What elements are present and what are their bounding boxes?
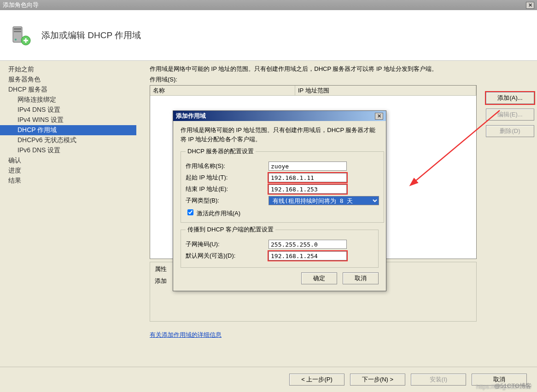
default-gateway-input[interactable]: [268, 251, 347, 260]
subnet-mask-label: 子网掩码(U):: [186, 240, 268, 248]
page-description: 作用域是网络中可能的 IP 地址的范围。只有创建作用域之后，DHCP 服务器才可…: [150, 64, 527, 74]
subnet-type-label: 子网类型(B):: [186, 196, 268, 205]
window-titlebar: 添加角色向导 ✕: [0, 0, 537, 10]
sidebar-item[interactable]: 开始之前: [8, 64, 143, 75]
cancel-button[interactable]: 取消: [472, 374, 527, 386]
dialog-title: 添加作用域: [176, 112, 206, 120]
subnet-mask-input[interactable]: [268, 240, 347, 249]
svg-rect-1: [14, 28, 21, 30]
dialog-cancel-button[interactable]: 取消: [343, 272, 379, 284]
next-button[interactable]: 下一步(N) >: [350, 374, 405, 386]
sidebar-item[interactable]: IPv4 DNS 设置: [8, 105, 143, 115]
subnet-type-select[interactable]: 有线(租用持续时间将为 8 天: [268, 196, 379, 205]
sidebar-item[interactable]: 确认: [8, 156, 143, 166]
start-ip-label: 起始 IP 地址(T):: [186, 173, 268, 182]
scope-name-input[interactable]: [268, 161, 347, 171]
activate-scope-checkbox-label[interactable]: 激活此作用域(A): [186, 210, 240, 217]
svg-point-3: [15, 39, 17, 40]
client-config-group: 传播到 DHCP 客户端的配置设置 子网掩码(U): 默认网关(可选)(D):: [181, 225, 379, 268]
end-ip-input[interactable]: [268, 184, 347, 194]
dialog-description: 作用域是网络可能的 IP 地址范围。只有创建作用域后，DHCP 服务器才能将 I…: [181, 126, 379, 144]
table-header-row: 名称 IP 地址范围: [150, 86, 476, 96]
scope-name-label: 作用域名称(S):: [186, 162, 268, 170]
start-ip-input[interactable]: [268, 173, 347, 182]
server-config-group: DHCP 服务器的配置设置 作用域名称(S): 起始 IP 地址(T): 结束 …: [181, 147, 384, 223]
edit-scope-button[interactable]: 编辑(E)...: [486, 109, 534, 121]
client-config-legend: 传播到 DHCP 客户端的配置设置: [186, 225, 275, 234]
table-column-range: IP 地址范围: [295, 86, 476, 95]
window-title: 添加角色向导: [3, 1, 39, 9]
svg-rect-2: [14, 31, 21, 32]
sidebar-item-selected[interactable]: DHCP 作用域: [0, 125, 136, 135]
activate-scope-checkbox[interactable]: [187, 209, 193, 215]
install-button[interactable]: 安装(I): [411, 374, 466, 386]
sidebar-item[interactable]: 网络连接绑定: [8, 95, 143, 105]
wizard-footer: < 上一步(P) 下一步(N) > 安装(I) 取消: [0, 367, 537, 392]
server-config-legend: DHCP 服务器的配置设置: [186, 147, 256, 156]
previous-button[interactable]: < 上一步(P): [289, 374, 344, 386]
page-title: 添加或编辑 DHCP 作用域: [41, 29, 141, 41]
ok-button[interactable]: 确定: [301, 272, 337, 284]
default-gateway-label: 默认网关(可选)(D):: [186, 252, 268, 260]
sidebar-item[interactable]: 结果: [8, 176, 143, 186]
close-icon[interactable]: ✕: [375, 113, 383, 120]
help-link[interactable]: 有关添加作用域的详细信息: [150, 331, 222, 339]
sidebar-item[interactable]: IPv4 WINS 设置: [8, 115, 143, 125]
sidebar-item[interactable]: 进度: [8, 166, 143, 176]
add-scope-dialog: 添加作用域 ✕ 作用域是网络可能的 IP 地址范围。只有创建作用域后，DHCP …: [173, 110, 386, 291]
sidebar-item[interactable]: IPv6 DNS 设置: [8, 145, 143, 156]
wizard-server-icon: [9, 24, 32, 47]
wizard-steps-sidebar: 开始之前 服务器角色 DHCP 服务器 网络连接绑定 IPv4 DNS 设置 I…: [0, 61, 143, 363]
wizard-header: 添加或编辑 DHCP 作用域: [0, 10, 537, 61]
sidebar-item[interactable]: DHCP 服务器: [8, 85, 143, 95]
end-ip-label: 结束 IP 地址(E):: [186, 185, 268, 193]
scopes-label: 作用域(S):: [150, 75, 527, 84]
sidebar-item[interactable]: DHCPv6 无状态模式: [8, 135, 143, 145]
delete-scope-button[interactable]: 删除(D): [486, 125, 534, 137]
sidebar-item[interactable]: 服务器角色: [8, 75, 143, 85]
dialog-titlebar: 添加作用域 ✕: [173, 111, 386, 121]
table-column-name: 名称: [150, 86, 295, 95]
add-scope-button[interactable]: 添加(A)...: [486, 92, 534, 104]
close-icon[interactable]: ✕: [526, 2, 534, 9]
